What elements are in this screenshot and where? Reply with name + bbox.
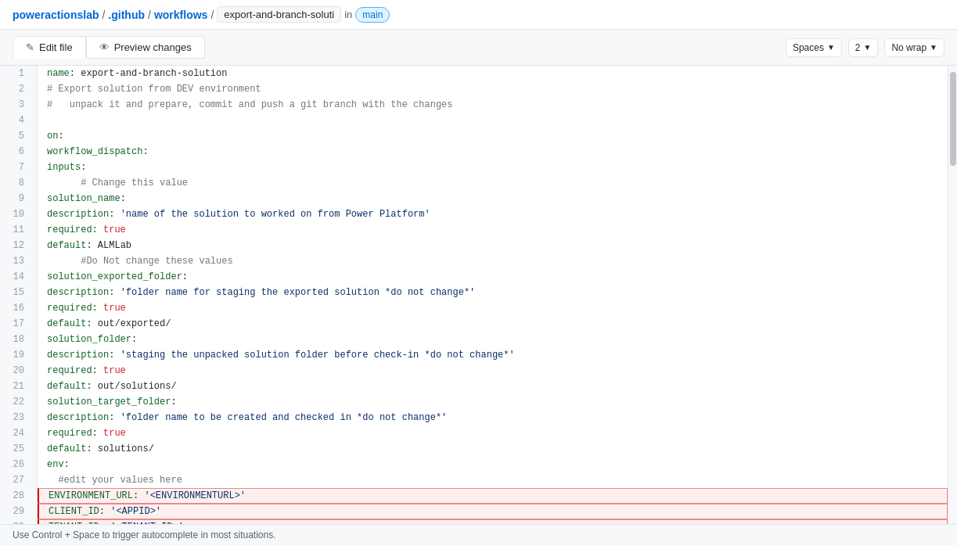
tab-preview-label: Preview changes bbox=[114, 41, 192, 53]
line-number: 30 bbox=[0, 519, 31, 524]
code-line: # Change this value bbox=[47, 175, 948, 191]
code-line: #edit your values here bbox=[47, 472, 948, 488]
code-line: description: 'folder name to be created … bbox=[47, 410, 948, 425]
code-line: required: true bbox=[47, 363, 948, 379]
editor-header: ✎ Edit file 👁 Preview changes Spaces ▼ 2… bbox=[0, 30, 957, 66]
chevron-down-icon: ▼ bbox=[827, 43, 835, 52]
line-number: 21 bbox=[0, 379, 31, 394]
code-area[interactable]: name: export-and-branch-solution# Export… bbox=[38, 66, 948, 524]
editor-controls: Spaces ▼ 2 ▼ No wrap ▼ bbox=[786, 38, 944, 57]
status-text: Use Control + Space to trigger autocompl… bbox=[13, 529, 276, 540]
code-line: solution_folder: bbox=[47, 332, 948, 347]
line-number: 8 bbox=[0, 175, 31, 191]
code-line: default: solutions/ bbox=[47, 441, 948, 457]
editor-container: 1234567891011121314151617181920212223242… bbox=[0, 66, 957, 524]
line-number: 6 bbox=[0, 144, 31, 160]
eye-icon: 👁 bbox=[99, 41, 110, 53]
line-number: 26 bbox=[0, 457, 31, 472]
line-number: 29 bbox=[0, 504, 31, 519]
in-label: in bbox=[344, 9, 352, 20]
code-line: inputs: bbox=[47, 160, 948, 175]
breadcrumb-filename: export-and-branch-soluti bbox=[217, 6, 341, 23]
line-number: 10 bbox=[0, 206, 31, 222]
code-line: default: out/solutions/ bbox=[47, 379, 948, 394]
code-line: default: out/exported/ bbox=[47, 316, 948, 332]
branch-badge[interactable]: main bbox=[355, 7, 390, 23]
wrap-label: No wrap bbox=[891, 42, 926, 53]
tab-preview[interactable]: 👁 Preview changes bbox=[86, 36, 205, 59]
code-line: description: 'staging the unpacked solut… bbox=[47, 347, 948, 363]
line-number: 27 bbox=[0, 472, 31, 488]
code-line: solution_target_folder: bbox=[47, 394, 948, 410]
line-number: 11 bbox=[0, 222, 31, 238]
code-line: solution_name: bbox=[47, 191, 948, 206]
indent-value-select[interactable]: 2 ▼ bbox=[848, 38, 879, 57]
code-line: workflow_dispatch: bbox=[47, 144, 948, 160]
tab-edit[interactable]: ✎ Edit file bbox=[13, 36, 86, 59]
line-number: 17 bbox=[0, 316, 31, 332]
code-line: CLIENT_ID: '<APPID>' bbox=[38, 504, 948, 519]
breadcrumb: poweractionslab / .github / workflows / … bbox=[13, 6, 390, 23]
line-number: 24 bbox=[0, 425, 31, 441]
code-line: #Do Not change these values bbox=[47, 253, 948, 269]
code-line: required: true bbox=[47, 425, 948, 441]
line-number: 1 bbox=[0, 66, 31, 81]
code-line: # Export solution from DEV environment bbox=[47, 81, 948, 97]
code-line: required: true bbox=[47, 300, 948, 316]
status-bar: Use Control + Space to trigger autocompl… bbox=[0, 524, 957, 545]
line-number: 16 bbox=[0, 300, 31, 316]
line-number: 4 bbox=[0, 113, 31, 128]
wrap-select[interactable]: No wrap ▼ bbox=[884, 38, 944, 57]
line-number: 22 bbox=[0, 394, 31, 410]
line-numbers: 1234567891011121314151617181920212223242… bbox=[0, 66, 38, 524]
indent-label: Spaces bbox=[793, 42, 824, 53]
code-line: name: export-and-branch-solution bbox=[47, 66, 948, 81]
line-number: 20 bbox=[0, 363, 31, 379]
line-number: 18 bbox=[0, 332, 31, 347]
line-number: 2 bbox=[0, 81, 31, 97]
line-number: 13 bbox=[0, 253, 31, 269]
line-number: 5 bbox=[0, 128, 31, 144]
line-number: 28 bbox=[0, 488, 31, 504]
chevron-down-icon2: ▼ bbox=[864, 43, 872, 52]
code-line: description: 'folder name for staging th… bbox=[47, 285, 948, 300]
code-line: default: ALMLab bbox=[47, 238, 948, 253]
code-line: TENANT_ID: '<TENANT ID>' bbox=[38, 519, 948, 524]
edit-icon: ✎ bbox=[26, 41, 34, 53]
breadcrumb-org[interactable]: poweractionslab bbox=[13, 9, 99, 21]
code-line: # unpack it and prepare, commit and push… bbox=[47, 97, 948, 113]
chevron-down-icon3: ▼ bbox=[930, 43, 937, 52]
breadcrumb-folder1[interactable]: .github bbox=[108, 9, 145, 21]
line-number: 19 bbox=[0, 347, 31, 363]
line-number: 3 bbox=[0, 97, 31, 113]
code-line: solution_exported_folder: bbox=[47, 269, 948, 285]
line-number: 23 bbox=[0, 410, 31, 425]
scrollbar-thumb[interactable] bbox=[950, 72, 956, 166]
sep1: / bbox=[102, 9, 105, 21]
line-number: 7 bbox=[0, 160, 31, 175]
line-number: 14 bbox=[0, 269, 31, 285]
indent-value-label: 2 bbox=[855, 42, 861, 53]
line-number: 12 bbox=[0, 238, 31, 253]
line-number: 9 bbox=[0, 191, 31, 206]
code-line: on: bbox=[47, 128, 948, 144]
code-line bbox=[47, 113, 948, 128]
line-number: 25 bbox=[0, 441, 31, 457]
code-line: required: true bbox=[47, 222, 948, 238]
line-number: 15 bbox=[0, 285, 31, 300]
breadcrumb-folder2[interactable]: workflows bbox=[154, 9, 207, 21]
code-line: description: 'name of the solution to wo… bbox=[47, 206, 948, 222]
tab-edit-label: Edit file bbox=[39, 41, 73, 53]
indent-select[interactable]: Spaces ▼ bbox=[786, 38, 842, 57]
code-line: ENVIRONMENT_URL: '<ENVIRONMENTURL>' bbox=[38, 488, 948, 504]
sep2: / bbox=[148, 9, 151, 21]
code-line: env: bbox=[47, 457, 948, 472]
editor-tabs: ✎ Edit file 👁 Preview changes bbox=[13, 36, 205, 59]
sep3: / bbox=[210, 9, 214, 21]
top-bar: poweractionslab / .github / workflows / … bbox=[0, 0, 957, 30]
scrollbar-y[interactable] bbox=[948, 66, 957, 524]
